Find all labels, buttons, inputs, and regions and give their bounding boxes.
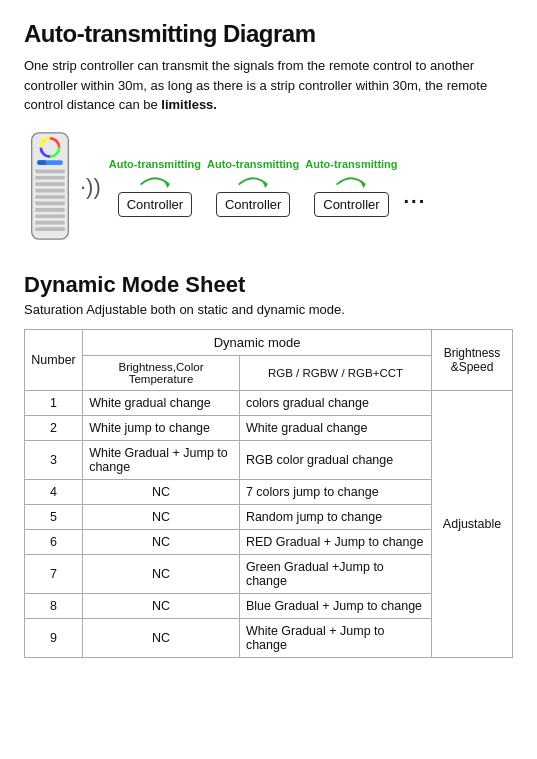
table-row-number: 6 — [25, 529, 83, 554]
header-dynamic-mode: Dynamic mode — [83, 329, 432, 355]
svg-rect-11 — [35, 214, 64, 218]
table-row-bct: NC — [83, 529, 240, 554]
table-row-bct: NC — [83, 554, 240, 593]
header-rgb: RGB / RGBW / RGB+CCT — [239, 355, 431, 390]
svg-rect-10 — [35, 208, 64, 212]
transmit-chain: Auto-transmitting Controller Auto-transm… — [109, 158, 513, 217]
controller-box-1: Controller — [118, 192, 192, 217]
table-row-rgb: RED Gradual + Jump to change — [239, 529, 431, 554]
signal-waves-icon: ·)) — [80, 174, 101, 200]
table-row-bct: White Gradual + Jump to change — [83, 440, 240, 479]
table-row-number: 1 — [25, 390, 83, 415]
table-row-rgb: White Gradual + Jump to change — [239, 618, 431, 657]
table-row-number: 5 — [25, 504, 83, 529]
svg-rect-12 — [35, 220, 64, 224]
svg-rect-5 — [35, 175, 64, 179]
table-row-bct: White jump to change — [83, 415, 240, 440]
table-row-rgb: Blue Gradual + Jump to change — [239, 593, 431, 618]
svg-rect-3 — [37, 160, 46, 165]
svg-rect-7 — [35, 188, 64, 192]
ellipsis: ··· — [404, 190, 427, 217]
table-row-bct: NC — [83, 479, 240, 504]
dynamic-mode-table: Number Dynamic mode Brightness&Speed Bri… — [24, 329, 513, 658]
table-row-number: 3 — [25, 440, 83, 479]
header-number: Number — [25, 329, 83, 390]
table-row-rgb: Random jump to change — [239, 504, 431, 529]
header-bct: Brightness,Color Temperature — [83, 355, 240, 390]
table-row-bct: NC — [83, 593, 240, 618]
auto-transmitting-title: Auto-transmitting Diagram — [24, 20, 513, 48]
table-row-rgb: colors gradual change — [239, 390, 431, 415]
table-row-number: 2 — [25, 415, 83, 440]
table-row-number: 8 — [25, 593, 83, 618]
dynamic-mode-subtitle: Saturation Adjustable both on static and… — [24, 302, 513, 317]
svg-rect-4 — [35, 169, 64, 173]
transmit-label-2: Auto-transmitting — [207, 158, 299, 170]
transmit-label-3: Auto-transmitting — [305, 158, 397, 170]
controller-box-2: Controller — [216, 192, 290, 217]
table-row-rgb: Green Gradual +Jump to change — [239, 554, 431, 593]
table-row-bct: White gradual change — [83, 390, 240, 415]
table-row-rgb: RGB color gradual change — [239, 440, 431, 479]
adjustable-cell: Adjustable — [432, 390, 513, 657]
table-row-rgb: 7 colors jump to change — [239, 479, 431, 504]
table-row-number: 9 — [25, 618, 83, 657]
transmit-item-2: Auto-transmitting Controller — [207, 158, 299, 217]
auto-transmitting-diagram: ·)) Auto-transmitting Controller Auto-tr… — [24, 131, 513, 244]
controller-box-3: Controller — [314, 192, 388, 217]
table-row-bct: NC — [83, 618, 240, 657]
svg-rect-13 — [35, 227, 64, 231]
dynamic-mode-title: Dynamic Mode Sheet — [24, 272, 513, 298]
remote-control-image — [24, 131, 76, 244]
intro-paragraph: One strip controller can transmit the si… — [24, 56, 513, 115]
table-row-number: 7 — [25, 554, 83, 593]
table-row-rgb: White gradual change — [239, 415, 431, 440]
header-brightness-speed: Brightness&Speed — [432, 329, 513, 390]
svg-rect-9 — [35, 201, 64, 205]
table-row-number: 4 — [25, 479, 83, 504]
table-row-bct: NC — [83, 504, 240, 529]
transmit-item-3: Auto-transmitting Controller — [305, 158, 397, 217]
transmit-item-1: Auto-transmitting Controller — [109, 158, 201, 217]
svg-rect-8 — [35, 195, 64, 199]
svg-rect-6 — [35, 182, 64, 186]
transmit-label-1: Auto-transmitting — [109, 158, 201, 170]
